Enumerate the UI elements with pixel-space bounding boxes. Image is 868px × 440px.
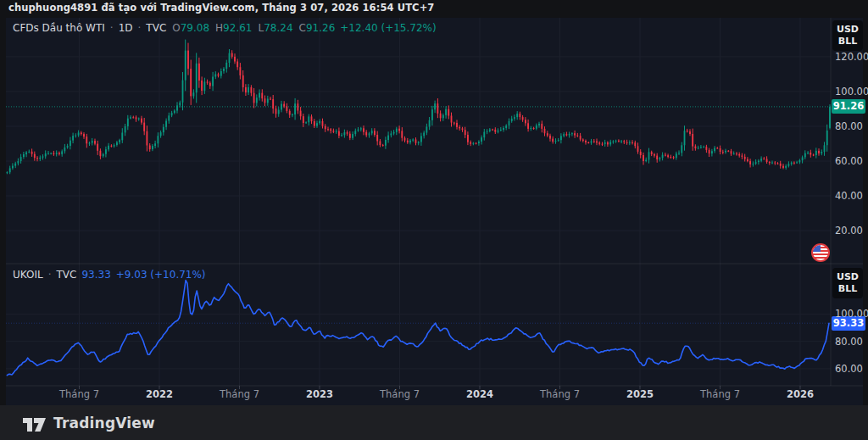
last-price-badge-wti: 91.26 bbox=[832, 99, 865, 114]
symbol-title: UKOIL bbox=[13, 269, 43, 281]
legend-separator: · bbox=[110, 22, 114, 34]
time-axis-label: 2024 bbox=[453, 388, 507, 400]
time-axis-label: Tháng 7 bbox=[533, 388, 587, 400]
time-axis-label: Tháng 7 bbox=[693, 388, 748, 400]
unit-currency: USD bbox=[832, 24, 863, 36]
time-axis-label: 2022 bbox=[132, 388, 186, 400]
last-value-label: 93.33 bbox=[81, 269, 110, 281]
ohlc-low: L78.24 bbox=[258, 22, 292, 34]
price-axis-label: 80.00 bbox=[835, 336, 868, 348]
legend-separator: · bbox=[138, 22, 142, 34]
tradingview-brand-text: TradingView bbox=[53, 415, 155, 432]
exchange-label: TVC bbox=[146, 22, 166, 34]
attribution-text: chuphuong4891 đã tạo với TradingView.com… bbox=[8, 2, 434, 14]
price-axis-label: 100.00 bbox=[835, 86, 868, 97]
exchange-label: TVC bbox=[57, 269, 77, 281]
ohlc-close: C91.26 bbox=[299, 22, 336, 34]
price-axis-label: 20.00 bbox=[835, 225, 868, 237]
unit-currency: USD bbox=[832, 271, 863, 283]
time-axis-label: Tháng 7 bbox=[53, 388, 107, 400]
unit-badge-wti[interactable]: USD BLL bbox=[832, 20, 863, 51]
interval-label: 1D bbox=[119, 22, 133, 34]
legend-wti[interactable]: CFDs Dầu thô WTI · 1D · TVC O79.08 H92.6… bbox=[13, 22, 437, 34]
ohlc-open: O79.08 bbox=[172, 22, 209, 34]
unit-measure: BLL bbox=[832, 36, 863, 47]
chart-canvas[interactable] bbox=[6, 18, 863, 405]
price-axis-label: 100.00 bbox=[835, 308, 868, 320]
time-axis-label: Tháng 7 bbox=[373, 388, 427, 400]
price-axis-label: 60.00 bbox=[835, 155, 868, 167]
time-axis-label: 2023 bbox=[292, 388, 347, 400]
change-label: +9.03 (+10.71%) bbox=[116, 269, 206, 281]
legend-ukoil[interactable]: UKOIL · TVC 93.33 +9.03 (+10.71%) bbox=[13, 269, 206, 281]
snapshot: chuphuong4891 đã tạo với TradingView.com… bbox=[0, 0, 868, 440]
unit-measure: BLL bbox=[832, 283, 863, 295]
ohlc-high: H92.61 bbox=[215, 22, 252, 34]
tradingview-logo-icon bbox=[23, 414, 46, 432]
footer-bar: TradingView bbox=[0, 405, 868, 440]
legend-separator: · bbox=[48, 269, 52, 281]
unit-badge-ukoil[interactable]: USD BLL bbox=[832, 268, 863, 298]
time-axis-label: 2025 bbox=[613, 388, 667, 400]
time-axis-label: Tháng 7 bbox=[213, 388, 267, 400]
chart-widget: CFDs Dầu thô WTI · 1D · TVC O79.08 H92.6… bbox=[6, 18, 863, 405]
price-axis-label: 40.00 bbox=[835, 190, 868, 202]
price-axis-label: 120.00 bbox=[835, 51, 868, 63]
us-flag-event-icon[interactable] bbox=[811, 243, 830, 262]
price-axis-label: 80.00 bbox=[835, 120, 868, 132]
change-label: +12.40 (+15.72%) bbox=[340, 22, 436, 34]
time-axis-label: 2026 bbox=[773, 388, 827, 400]
price-axis-label: 60.00 bbox=[835, 363, 868, 375]
symbol-title: CFDs Dầu thô WTI bbox=[13, 22, 105, 34]
